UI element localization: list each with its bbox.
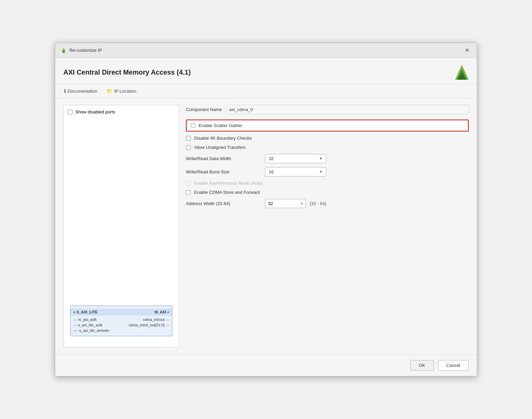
chevron-down-icon-2: ▼ (319, 170, 323, 174)
folder-icon: 📁 (107, 88, 112, 94)
port-cdma-introut-label: cdma_introut (143, 317, 165, 322)
disable-4k-label[interactable]: Disable 4K Boundary Checks (194, 136, 252, 141)
app-logo-small (61, 47, 67, 53)
title-bar: Re-customize IP ✕ (55, 43, 477, 58)
port-left-saxi-aclk: — s_axi_lite_aclk (73, 323, 103, 327)
component-name-input[interactable] (226, 105, 469, 114)
block-diagram: + S_AXI_LITE M_AXI + — m_axi_aclk cdma_i… (68, 120, 175, 343)
show-disabled-row: Show disabled ports (68, 109, 175, 114)
scatter-gather-label[interactable]: Enable Scatter Gather (199, 123, 242, 128)
documentation-label: Documentation (67, 89, 97, 94)
chevron-down-icon: ▼ (319, 157, 323, 160)
dialog-header: AXI Central Direct Memory Access (4.1) (55, 58, 477, 84)
dialog-title: Re-customize IP (69, 48, 102, 53)
write-read-burst-row: Write/Read Burst Size 16 ▼ (186, 167, 469, 176)
port-left-saxi-aresetn: ◦— s_axi_lite_aresetn (73, 328, 109, 332)
port-cdma-tvect-label: cdma_tvect_out[31:0] (129, 323, 165, 327)
close-button[interactable]: ✕ (463, 46, 471, 54)
write-read-width-label: Write/Read Data Width (186, 156, 261, 161)
component-name-row: Component Name (186, 105, 469, 114)
scatter-gather-checkbox[interactable] (191, 123, 195, 128)
async-mode-row: Enable Asynchronous Mode (Auto) (186, 181, 469, 186)
cdma-store-checkbox[interactable] (186, 190, 191, 195)
allow-unaligned-checkbox[interactable] (186, 145, 191, 150)
address-width-input[interactable] (265, 199, 306, 208)
dialog-body: Show disabled ports + S_AXI_LITE M_AXI +… (55, 98, 477, 354)
port-right-cdma-tvect: cdma_tvect_out[31:0] — (129, 323, 169, 327)
ip-location-label: IP Location (114, 89, 136, 94)
write-read-burst-dropdown[interactable]: 16 ▼ (265, 167, 326, 176)
main-title: AXI Central Direct Memory Access (4.1) (63, 68, 191, 76)
ok-button[interactable]: OK (410, 360, 434, 371)
cdma-store-row: Enable CDMA Store and Forward (186, 190, 469, 195)
port-row-saxi-aresetn: ◦— s_axi_lite_aresetn (71, 328, 172, 333)
address-width-range: [32 - 64] (310, 201, 326, 206)
cdma-store-label[interactable]: Enable CDMA Store and Forward (194, 190, 260, 195)
allow-unaligned-label[interactable]: Allow Unaligned Transfers (194, 145, 246, 150)
disable-4k-row: Disable 4K Boundary Checks (186, 136, 469, 141)
options-section: Enable Scatter Gather Disable 4K Boundar… (186, 120, 469, 208)
ip-block-title: + S_AXI_LITE M_AXI + (71, 309, 172, 315)
info-icon: ℹ (64, 88, 66, 94)
clear-icon[interactable]: ✕ (300, 201, 304, 206)
scatter-gather-row: Enable Scatter Gather (186, 120, 469, 131)
cancel-button[interactable]: Cancel (438, 360, 469, 371)
port-row-maxi-aclk: — m_axi_aclk cdma_introut — (71, 317, 172, 322)
show-disabled-checkbox[interactable] (68, 110, 73, 114)
component-name-label: Component Name (186, 107, 222, 112)
disable-4k-checkbox[interactable] (186, 136, 191, 141)
nav-bar: ℹ Documentation 📁 IP Location (55, 84, 477, 98)
port-saxi-aresetn-label: s_axi_lite_aresetn (79, 328, 110, 332)
vivado-logo (455, 65, 469, 80)
write-read-burst-value: 16 (269, 169, 273, 174)
async-mode-label: Enable Asynchronous Mode (Auto) (194, 181, 263, 186)
documentation-nav[interactable]: ℹ Documentation (63, 87, 98, 95)
ip-block-title-left: + S_AXI_LITE (73, 310, 97, 314)
right-panel: Component Name Enable Scatter Gather Dis… (186, 105, 469, 347)
allow-unaligned-row: Allow Unaligned Transfers (186, 145, 469, 150)
write-read-width-dropdown[interactable]: 32 ▼ (265, 154, 326, 163)
async-mode-checkbox (186, 181, 191, 186)
write-read-burst-label: Write/Read Burst Size (186, 169, 261, 174)
left-panel: Show disabled ports + S_AXI_LITE M_AXI +… (63, 105, 179, 347)
port-row-saxi-aclk: — s_axi_lite_aclk cdma_tvect_out[31:0] — (71, 322, 172, 328)
dialog-footer: OK Cancel (55, 354, 477, 376)
ip-block-title-right: M_AXI + (155, 310, 169, 314)
port-left-maxi-aclk: — m_axi_aclk (73, 317, 97, 322)
dialog-container: Re-customize IP ✕ AXI Central Direct Mem… (55, 43, 477, 376)
address-width-label: Address Width (32-64) (186, 201, 261, 206)
write-read-width-row: Write/Read Data Width 32 ▼ (186, 154, 469, 163)
ip-block: + S_AXI_LITE M_AXI + — m_axi_aclk cdma_i… (70, 306, 172, 336)
title-bar-left: Re-customize IP (61, 47, 102, 53)
address-input-wrap: ✕ (265, 199, 306, 208)
port-maxi-aclk-label: m_axi_aclk (78, 317, 97, 322)
port-saxi-aclk-label: s_axi_lite_aclk (78, 323, 103, 327)
address-width-row: Address Width (32-64) ✕ [32 - 64] (186, 199, 469, 208)
write-read-width-value: 32 (269, 156, 273, 161)
show-disabled-label[interactable]: Show disabled ports (75, 109, 115, 114)
ip-location-nav[interactable]: 📁 IP Location (106, 87, 137, 95)
port-right-cdma-introut: cdma_introut — (143, 317, 169, 322)
